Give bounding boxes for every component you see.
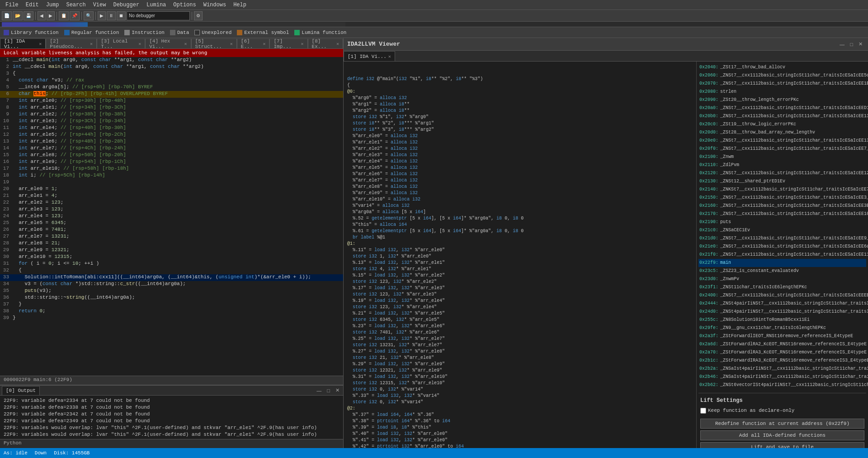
llvm-refs-pane[interactable]: 0x2040:_ZSt17__throw_bad_allocv0x2060:_Z…	[696, 62, 868, 448]
ref-line[interactable]: 0x2400:_ZNSt7__cxx1112basic_stringIcSt11…	[698, 291, 866, 300]
tab-3-close[interactable]: ✕	[184, 41, 187, 47]
ref-line[interactable]: 0x20d0:_ZSt28__throw_bad_array_new_lengt…	[698, 129, 866, 137]
ref-line[interactable]: 0x23c5:_ZSZ23_is_constant_evaluatedv	[698, 267, 866, 275]
copy-btn[interactable]: 📋	[59, 11, 69, 20]
menu-windows[interactable]: Windows	[200, 1, 230, 9]
ref-line[interactable]: 0x2150:_ZNSt7__cxx1112basic_stringIcSt11…	[698, 194, 866, 202]
tab-6-close[interactable]: ✕	[301, 41, 304, 47]
paste-btn[interactable]: 📌	[70, 11, 80, 20]
ref-line[interactable]: 0x2b46:_ZNSaIst4pairIiNSt7__cxx1112basic…	[698, 373, 866, 381]
menu-file[interactable]: File	[2, 1, 22, 9]
ref-line[interactable]: 0x20c0:_ZSt19__throw_logic_errorPKc	[698, 120, 866, 129]
ref-line[interactable]: 0x2160:_ZNSt7__cxx1112basic_stringIcSt11…	[698, 202, 866, 210]
line-number: 8	[0, 105, 13, 110]
menu-options[interactable]: Options	[170, 1, 199, 9]
run-btn[interactable]: ▶	[98, 11, 106, 20]
new-btn[interactable]: 📄	[2, 11, 12, 20]
menu-edit[interactable]: Edit	[22, 1, 42, 9]
ref-line[interactable]: 0x20b0:_ZNSt7__cxx1112basic_stringIcSt11…	[698, 112, 866, 120]
code-line: 10 int arr_ele3; // [rsp+3Ch] [rbp-34h]	[0, 118, 343, 125]
ref-line[interactable]: 0x21e0:_ZNSt7__cxx1112basic_stringIcSt11…	[698, 243, 866, 251]
settings-btn[interactable]: ⚙	[194, 11, 203, 20]
output-minimize[interactable]: —	[315, 387, 323, 394]
menu-lumina[interactable]: Lumina	[143, 1, 170, 9]
llvm-ir-line: %.23" = load i32, i32* %"arr_ele6"	[347, 323, 693, 329]
tab-4-close[interactable]: ✕	[230, 41, 233, 47]
ref-line[interactable]: 0x2140:_ZNKSt7__cxx1112basic_stringIcSt1…	[698, 186, 866, 194]
code-area[interactable]: Local variable liveness analysis has fai…	[0, 49, 343, 376]
tab-1-close[interactable]: ✕	[90, 41, 93, 47]
tab-1[interactable]: [2] Pseudoco... ✕	[46, 38, 97, 48]
ref-line[interactable]: 0x2b2a:_ZNSaIst4pairIiNSt7__cxx1112basic…	[698, 365, 866, 373]
ref-line[interactable]: 0x21d0:_ZNSt7__cxx1112basic_stringIcSt11…	[698, 234, 866, 243]
ref-line[interactable]: 0x2a70:_ZStForwardlRA3_KcEOT_RNSt16remov…	[698, 348, 866, 357]
ref-line[interactable]: 0x2080:strlen	[698, 88, 866, 96]
tab-0-close[interactable]: ✕	[39, 41, 42, 47]
ref-line[interactable]: 0x2110:_ZdlPvm	[698, 161, 866, 169]
open-btn[interactable]: 📂	[13, 11, 23, 20]
output-tab-0[interactable]: [0] Output	[2, 386, 40, 395]
lift-add-all-btn[interactable]: Add all IDA-defined functions	[700, 430, 864, 440]
ref-line[interactable]: 0x21f0:_ZNSt7__cxx1112basic_stringIcSt11…	[698, 251, 866, 259]
ref-line[interactable]: 0x24d0:_ZNSt4pairIiNSt7__cxx1112basic_st…	[698, 308, 866, 316]
ref-line[interactable]: 0x2a3f:_ZStForwardlIEOT_RNSt16remove_ref…	[698, 332, 866, 340]
llvm-tab-close[interactable]: ✕	[388, 54, 391, 59]
output-restore[interactable]: □	[325, 387, 332, 394]
menu-jump[interactable]: Jump	[42, 1, 63, 9]
tab-4[interactable]: [5] Struct... ✕	[191, 38, 237, 48]
ref-line[interactable]: 0x2190:puts	[698, 218, 866, 226]
tab-2-close[interactable]: ✕	[138, 41, 141, 47]
output-content[interactable]: 22F9: variable defea=2334 at 7 could not…	[0, 396, 343, 439]
fwd-btn[interactable]: ▶	[47, 11, 55, 20]
save-btn[interactable]: 💾	[24, 11, 33, 20]
lift-redefine-btn[interactable]: Redefine function at current address (0x…	[700, 419, 864, 429]
tab-7-close[interactable]: ✕	[336, 41, 339, 47]
tab-3[interactable]: [4] Hex Vi... ✕	[145, 38, 191, 48]
ref-line[interactable]: 0x2444:_ZNSt4pairIiNSt7__cxx1112basic_st…	[698, 300, 866, 308]
llvm-ir-pane[interactable]: define i32 @"main"(i32 "%1", i8** "%2", …	[344, 62, 696, 448]
tab-5[interactable]: [6] E... ✕	[237, 38, 270, 48]
stop-btn[interactable]: ⏹	[117, 11, 126, 20]
ref-line[interactable]: 0x22f9:main	[698, 259, 866, 267]
llvm-tab-ida[interactable]: [1] IDA Vi... ✕	[344, 51, 395, 61]
ref-line[interactable]: 0x2040:_ZSt17__throw_bad_allocv	[698, 63, 866, 72]
ref-line[interactable]: 0x20e0:_ZNSt7__cxx1112basic_stringIcSt11…	[698, 137, 866, 145]
ref-line[interactable]: 0x23d0:_ZnwmPv	[698, 275, 866, 283]
search-btn[interactable]: 🔍	[84, 11, 94, 20]
ref-line[interactable]: 0x29fe:_ZN9__gnu_cxx11char_traitsIc6leng…	[698, 324, 866, 332]
menu-help[interactable]: Help	[230, 1, 250, 9]
ref-line[interactable]: 0x2120:_ZNSt7__cxx1112basic_stringIcSt11…	[698, 169, 866, 177]
tab-6[interactable]: [7] Imp... ✕	[269, 38, 307, 48]
llvm-close[interactable]: ✕	[857, 41, 864, 48]
ref-line[interactable]: 0x23f1:_ZNSt11char_traitsIcE6lengthEPKc	[698, 283, 866, 291]
code-lines-container: 1__cdecl main(int arg0, const char **arg…	[0, 57, 343, 322]
ref-line[interactable]: 0x2060:_ZNSt7__cxx1112basic_stringIcSt11…	[698, 72, 866, 80]
lift-save-btn[interactable]: Lift and save to file	[700, 442, 864, 448]
ref-line[interactable]: 0x21c0:_ZNSaCEC1Ev	[698, 226, 866, 234]
llvm-restore[interactable]: □	[848, 41, 855, 48]
ref-line[interactable]: 0x2b1c:_ZStForwardIRA3_KcEOT_RNSt16remov…	[698, 357, 866, 365]
tab-7[interactable]: [8] Ex... ✕	[308, 38, 343, 48]
ref-line[interactable]: 0x2b62:_ZNSt6vectorISt4pairIiNSt7__cxx11…	[698, 381, 866, 389]
tab-0[interactable]: [1] IDA Vi... ✕	[0, 38, 46, 48]
lift-declare-only-checkbox[interactable]	[700, 408, 706, 414]
ref-line[interactable]: 0x20f0:_ZNSt7__cxx1112basic_stringIcSt11…	[698, 145, 866, 153]
tab-2[interactable]: [3] Local T... ✕	[97, 38, 145, 48]
ref-line[interactable]: 0x2070:_ZNSt7__cxx1112basic_stringIcSt11…	[698, 80, 866, 88]
ref-line[interactable]: 0x2100:_Znwm	[698, 153, 866, 161]
output-close[interactable]: ✕	[334, 387, 341, 394]
pause-btn[interactable]: ⏸	[107, 11, 116, 20]
debugger-input[interactable]	[127, 11, 190, 20]
menu-search[interactable]: Search	[62, 1, 89, 9]
back-btn[interactable]: ◀	[38, 11, 46, 20]
ref-line[interactable]: 0x2130:_ZNSt12__shared_ptrED1Ev	[698, 177, 866, 186]
ref-line[interactable]: 0x2170:_ZNSt7__cxx1112basic_stringIcSt11…	[698, 210, 866, 218]
menu-debugger[interactable]: Debugger	[109, 1, 143, 9]
ref-line[interactable]: 0x2a6d:_ZStForwardlRA2_KcEOT_RNSt16remov…	[698, 340, 866, 348]
ref-line[interactable]: 0x255c:_ZN8Solution10intToRomanB5cxx11Ei	[698, 316, 866, 324]
ref-line[interactable]: 0x20a0:_ZNSt7__cxx1112basic_stringIcSt11…	[698, 104, 866, 112]
tab-5-close[interactable]: ✕	[263, 41, 265, 47]
llvm-minimize[interactable]: —	[838, 41, 846, 48]
ref-line[interactable]: 0x2090:_ZSt20__throw_length_errorPKc	[698, 96, 866, 104]
menu-view[interactable]: View	[90, 1, 110, 9]
